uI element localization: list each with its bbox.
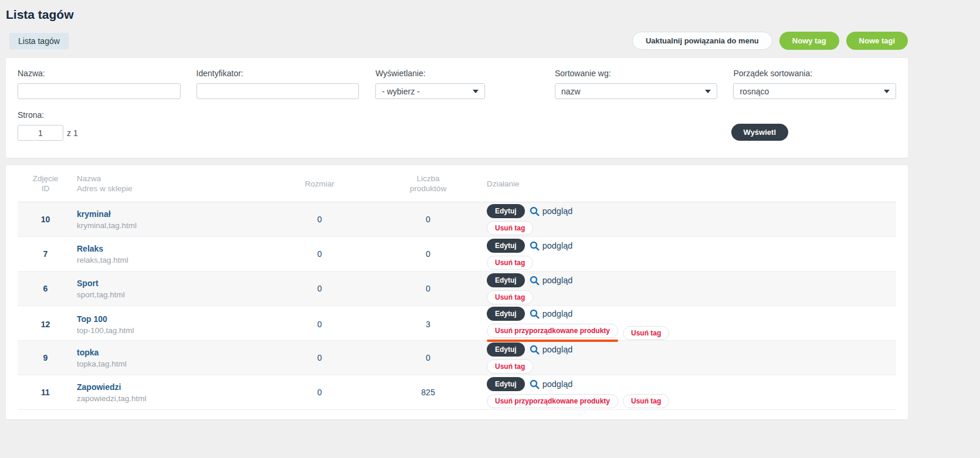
remove-tag-wrap: Usuń tag	[623, 394, 669, 408]
tag-id-cell: 10	[18, 215, 73, 224]
tag-url: top-100,tag.html	[77, 326, 270, 335]
tag-product-count: 0	[369, 215, 487, 224]
table-body: 10 kryminał kryminal,tag.html 0 0 Edytuj…	[18, 202, 896, 410]
preview-link-label: podgląd	[542, 379, 573, 389]
tag-name-cell: Relaks relaks,tag.html	[73, 243, 270, 264]
tag-name-link[interactable]: Zapowiedzi	[77, 382, 121, 392]
sort-order-label: Porządek sortowania:	[733, 69, 896, 78]
tag-id-link[interactable]: 10	[41, 215, 50, 224]
tag-id-link[interactable]: 11	[41, 388, 50, 397]
page-filter-label: Strona:	[18, 110, 135, 120]
tag-size-value: 0	[270, 215, 369, 224]
tag-size-value: 0	[270, 284, 369, 293]
tag-name-link[interactable]: topka	[77, 348, 99, 357]
table-row: 11 Zapowiedzi zapowiedzi,tag.html 0 825 …	[18, 375, 896, 410]
tag-actions-cell: Edytuj podgląd Usuń tag	[487, 203, 896, 235]
tag-id-link[interactable]: 7	[43, 249, 48, 259]
remove-tag-button[interactable]: Usuń tag	[487, 221, 533, 235]
magnifier-icon	[530, 309, 540, 319]
identifier-filter-input[interactable]	[196, 83, 360, 99]
tag-name-cell: kryminał kryminal,tag.html	[73, 209, 270, 230]
tag-id-link[interactable]: 9	[43, 353, 48, 362]
column-header-action: Działanie	[487, 179, 896, 189]
page-total-label: z 1	[67, 128, 78, 138]
tag-id-cell: 6	[18, 284, 73, 293]
edit-button[interactable]: Edytuj	[487, 377, 525, 391]
chevron-down-icon	[705, 90, 711, 93]
magnifier-icon	[530, 241, 540, 251]
new-tag-button[interactable]: Nowy tag	[779, 32, 839, 50]
sort-order-select[interactable]: rosnąco	[733, 83, 896, 99]
edit-button[interactable]: Edytuj	[487, 204, 525, 218]
tag-name-cell: Sport sport,tag.html	[73, 278, 270, 299]
preview-link-label: podgląd	[542, 345, 573, 354]
preview-link[interactable]: podgląd	[530, 379, 573, 389]
preview-link-label: podgląd	[542, 276, 573, 285]
remove-tag-button[interactable]: Usuń tag	[487, 256, 533, 270]
tag-actions-cell: Edytuj podgląd Usuń tag	[487, 342, 896, 374]
magnifier-icon	[530, 276, 540, 286]
remove-tag-button[interactable]: Usuń tag	[623, 394, 669, 408]
display-filter-select[interactable]: - wybierz -	[375, 83, 485, 99]
table-row: 12 Top 100 top-100,tag.html 0 3 Edytuj p…	[18, 306, 896, 341]
tag-name-link[interactable]: Top 100	[77, 314, 107, 324]
new-tags-button[interactable]: Nowe tagi	[846, 32, 908, 50]
tag-url: zapowiedzi,tag.html	[77, 394, 270, 403]
sort-by-label: Sortowanie wg:	[555, 69, 718, 78]
tag-id-link[interactable]: 6	[43, 284, 48, 293]
display-filter-label: Wyświetlanie:	[375, 69, 485, 78]
edit-button[interactable]: Edytuj	[487, 239, 525, 253]
preview-link[interactable]: podgląd	[530, 276, 573, 286]
tag-name-cell: Zapowiedzi zapowiedzi,tag.html	[73, 382, 270, 403]
toolbar: Uaktualnij powiązania do menu Nowy tag N…	[632, 32, 908, 50]
tag-name-cell: Top 100 top-100,tag.html	[73, 314, 270, 335]
remove-products-wrap: Usuń przyporządkowane produkty	[487, 324, 618, 342]
name-filter-input[interactable]	[18, 83, 181, 99]
tag-id-cell: 12	[18, 320, 73, 329]
table-row: 6 Sport sport,tag.html 0 0 Edytuj podglą…	[18, 272, 896, 306]
tag-product-count: 825	[369, 388, 487, 397]
tag-product-count: 0	[369, 353, 487, 362]
tag-size-value: 0	[270, 320, 369, 329]
tag-name-link[interactable]: Sport	[77, 279, 99, 288]
tag-name-link[interactable]: Relaks	[77, 244, 103, 253]
edit-button[interactable]: Edytuj	[487, 273, 525, 287]
page-number-input[interactable]	[18, 125, 63, 141]
edit-button[interactable]: Edytuj	[487, 342, 525, 357]
tag-id-cell: 11	[18, 388, 73, 397]
magnifier-icon	[530, 379, 540, 389]
column-header-size: Rozmiar	[270, 179, 369, 189]
tag-actions-cell: Edytuj podgląd Usuń przyporządkowane pro…	[487, 306, 896, 342]
edit-button[interactable]: Edytuj	[487, 307, 525, 321]
sort-by-select[interactable]: nazw	[555, 83, 718, 99]
preview-link[interactable]: podgląd	[530, 241, 573, 251]
identifier-filter-label: Identyfikator:	[196, 69, 360, 78]
tag-id-link[interactable]: 12	[41, 320, 50, 329]
remove-assigned-products-button[interactable]: Usuń przyporządkowane produkty	[487, 324, 618, 338]
tag-actions-cell: Edytuj podgląd Usuń przyporządkowane pro…	[487, 376, 896, 408]
remove-tag-wrap: Usuń tag	[487, 256, 533, 270]
table-row: 9 topka topka,tag.html 0 0 Edytuj podglą…	[18, 341, 896, 375]
remove-tag-button[interactable]: Usuń tag	[487, 359, 533, 374]
tag-url: sport,tag.html	[77, 290, 270, 299]
preview-link[interactable]: podgląd	[530, 345, 573, 355]
tag-size-value: 0	[270, 353, 369, 362]
remove-tag-button[interactable]: Usuń tag	[487, 290, 533, 304]
table-row: 10 kryminał kryminal,tag.html 0 0 Edytuj…	[18, 202, 896, 237]
tag-name-link[interactable]: kryminał	[77, 209, 111, 219]
show-button[interactable]: Wyświetl	[731, 124, 788, 141]
remove-assigned-products-button[interactable]: Usuń przyporządkowane produkty	[487, 394, 618, 408]
preview-link[interactable]: podgląd	[530, 206, 573, 216]
chevron-down-icon	[884, 90, 890, 93]
column-header-photo-id: Zdjęcie ID	[18, 174, 73, 194]
remove-tag-button[interactable]: Usuń tag	[623, 326, 669, 340]
display-filter-value: - wybierz -	[382, 87, 420, 96]
update-menu-links-button[interactable]: Uaktualnij powiązania do menu	[632, 32, 772, 50]
preview-link[interactable]: podgląd	[530, 309, 573, 319]
preview-link-label: podgląd	[542, 309, 573, 318]
tab-lista-tagow[interactable]: Lista tagów	[9, 33, 69, 49]
tag-product-count: 0	[369, 249, 487, 259]
chevron-down-icon	[473, 90, 479, 93]
tag-url: relaks,tag.html	[77, 256, 270, 264]
tag-size-value: 0	[270, 249, 369, 259]
